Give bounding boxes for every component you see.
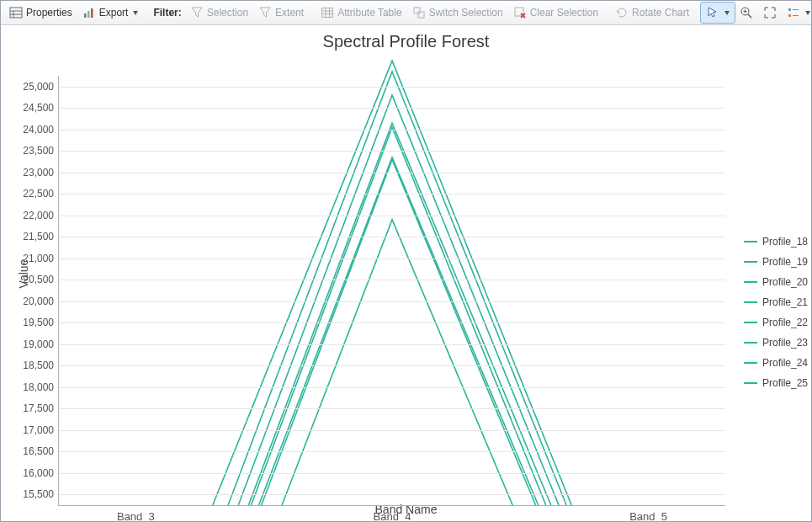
grid-line xyxy=(59,494,725,495)
chart-area[interactable]: Spectral Profile Forest Value Band Name … xyxy=(1,25,811,521)
legend-item[interactable]: Profile_19 xyxy=(744,252,808,272)
plot-region[interactable]: 15,50016,00016,50017,00017,50018,00018,5… xyxy=(58,76,725,506)
series-line[interactable] xyxy=(251,127,545,505)
y-tick-label: 20,000 xyxy=(23,296,59,307)
select-tool-button[interactable] xyxy=(701,3,735,23)
y-tick-label: 21,500 xyxy=(23,231,59,242)
rotate-chart-button[interactable]: Rotate Chart xyxy=(610,3,694,23)
properties-icon xyxy=(9,6,23,19)
filter-extent-button[interactable]: Extent xyxy=(253,3,309,23)
clear-selection-label: Clear Selection xyxy=(530,8,598,18)
y-tick-label: 25,000 xyxy=(23,81,59,93)
filter-extent-label: Extent xyxy=(275,8,304,18)
y-tick-label: 24,000 xyxy=(23,124,59,136)
export-button[interactable]: Export xyxy=(77,3,144,23)
y-tick-label: 22,000 xyxy=(23,210,59,221)
dropdown-caret-icon xyxy=(133,11,138,15)
grid-line xyxy=(59,344,725,345)
switch-selection-icon xyxy=(412,6,426,19)
legend-label: Profile_19 xyxy=(762,256,808,268)
funnel-extent-icon xyxy=(258,6,272,19)
full-extent-button[interactable] xyxy=(758,3,782,23)
clear-selection-icon xyxy=(513,6,527,19)
svg-rect-13 xyxy=(418,12,424,18)
x-tick-label: Band_3 xyxy=(117,505,155,522)
clear-selection-button[interactable]: Clear Selection xyxy=(508,3,603,23)
zoom-in-button[interactable] xyxy=(735,3,758,23)
x-tick-label: Band_5 xyxy=(629,505,667,522)
filter-selection-button[interactable]: Selection xyxy=(185,3,253,23)
grid-line xyxy=(59,216,725,216)
table-icon xyxy=(321,6,334,19)
legend-swatch xyxy=(744,382,757,384)
attribute-table-label: Attribute Table xyxy=(337,8,402,18)
legend-swatch xyxy=(744,342,757,344)
legend-item[interactable]: Profile_22 xyxy=(744,312,808,333)
y-tick-label: 22,500 xyxy=(23,188,59,200)
grid-line xyxy=(59,173,725,173)
grid-line xyxy=(59,365,725,366)
svg-rect-12 xyxy=(414,8,420,13)
dropdown-caret-icon xyxy=(805,11,810,15)
series-line[interactable] xyxy=(248,123,550,505)
attribute-table-button[interactable]: Attribute Table xyxy=(316,3,407,23)
legend-item[interactable]: Profile_21 xyxy=(744,292,808,312)
grid-line xyxy=(59,322,725,323)
y-tick-label: 19,000 xyxy=(23,338,59,350)
properties-label: Properties xyxy=(26,8,72,18)
legend-swatch xyxy=(744,241,757,242)
y-tick-label: 23,500 xyxy=(23,145,59,157)
grid-line xyxy=(59,194,725,194)
y-tick-label: 18,000 xyxy=(23,381,59,393)
y-tick-label: 15,500 xyxy=(23,488,59,500)
legend-label: Profile_21 xyxy=(762,296,808,308)
legend-item[interactable]: Profile_20 xyxy=(744,272,808,292)
select-cursor-icon xyxy=(706,6,719,19)
legend-item[interactable]: Profile_23 xyxy=(744,333,808,353)
legend-swatch xyxy=(744,261,757,263)
svg-line-18 xyxy=(748,14,751,18)
svg-rect-4 xyxy=(84,13,87,18)
legend-item[interactable]: Profile_24 xyxy=(744,353,808,373)
grid-line xyxy=(59,258,725,259)
svg-rect-22 xyxy=(788,14,791,17)
properties-button[interactable]: Properties xyxy=(4,3,77,23)
svg-rect-21 xyxy=(788,8,791,11)
grid-line xyxy=(59,301,725,302)
legend-label: Profile_22 xyxy=(762,317,808,328)
legend-label: Profile_20 xyxy=(762,276,808,288)
grid-line xyxy=(59,151,725,152)
lines-svg xyxy=(59,76,725,505)
grid-line xyxy=(59,387,725,388)
legend-label: Profile_24 xyxy=(762,357,808,369)
svg-rect-5 xyxy=(88,11,90,18)
chart-title: Spectral Profile Forest xyxy=(1,32,811,51)
legend-toggle-button[interactable] xyxy=(782,3,812,23)
grid-line xyxy=(59,408,725,409)
legend-item[interactable]: Profile_25 xyxy=(744,373,808,393)
switch-selection-button[interactable]: Switch Selection xyxy=(407,3,508,23)
grid-line xyxy=(59,237,725,237)
y-tick-label: 21,000 xyxy=(23,253,59,264)
filter-selection-label: Selection xyxy=(207,8,248,18)
legend-item[interactable]: Profile_18 xyxy=(744,232,808,252)
legend-swatch xyxy=(744,281,757,283)
y-tick-label: 16,000 xyxy=(23,467,59,479)
toolbar: Properties Export Filter: Selection Exte… xyxy=(1,1,811,25)
y-tick-label: 17,500 xyxy=(23,402,59,414)
full-extent-icon xyxy=(763,6,777,19)
legend: Profile_18Profile_19Profile_20Profile_21… xyxy=(744,232,808,393)
grid-line xyxy=(59,130,725,130)
x-tick-label: Band_4 xyxy=(374,505,411,522)
legend-label: Profile_23 xyxy=(762,337,808,349)
legend-swatch xyxy=(744,301,757,303)
y-tick-label: 17,000 xyxy=(23,424,59,436)
dropdown-caret-icon xyxy=(724,11,730,15)
y-tick-label: 19,500 xyxy=(23,317,59,328)
filter-label: Filter: xyxy=(150,7,184,19)
legend-label: Profile_18 xyxy=(762,236,808,248)
grid-line xyxy=(59,473,725,474)
svg-rect-0 xyxy=(10,8,22,18)
grid-line xyxy=(59,108,725,109)
grid-line xyxy=(59,430,725,431)
